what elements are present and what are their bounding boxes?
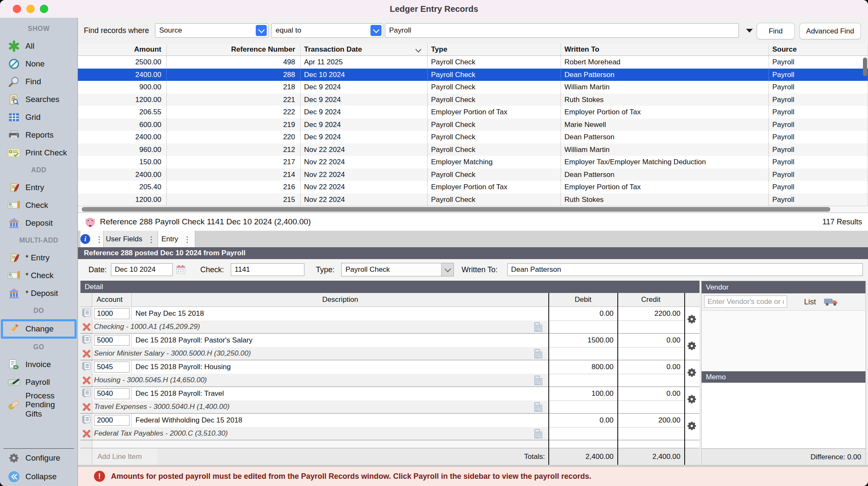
column-header-written-to[interactable]: Written To <box>561 44 769 55</box>
debit-amount[interactable]: 0.00 <box>549 307 617 320</box>
sidebar-item-check[interactable]: Check <box>0 196 77 214</box>
result-row[interactable]: 960.00212Nov 22 2024Payroll CheckWilliam… <box>78 144 868 156</box>
line-description[interactable]: Dec 15 2018 Payroll: Housing <box>131 360 549 374</box>
vendor-search-input[interactable] <box>704 295 787 308</box>
type-select[interactable]: Payroll Check <box>341 263 454 276</box>
result-row[interactable]: 2400.00288Dec 10 2024Payroll CheckDean P… <box>78 69 868 81</box>
debit-amount[interactable]: 0.00 <box>549 414 617 427</box>
column-header-source[interactable]: Source <box>769 44 868 55</box>
delete-line-icon[interactable] <box>82 349 91 358</box>
check-number-input[interactable] <box>231 263 304 276</box>
vendor-list-button[interactable]: List <box>804 293 816 310</box>
calculator-icon[interactable] <box>534 322 543 333</box>
account-number-input[interactable] <box>94 415 130 426</box>
find-operator-select[interactable]: equal to <box>271 23 383 38</box>
sidebar-item-find[interactable]: Find <box>0 73 77 91</box>
sidebar-item-print-check[interactable]: Print Check <box>0 144 77 162</box>
journal-icon[interactable] <box>82 308 91 320</box>
delete-line-icon[interactable] <box>82 429 91 438</box>
sidebar-item-entry[interactable]: Entry <box>0 179 77 196</box>
result-row[interactable]: 150.00217Nov 22 2024Employer MatchingEmp… <box>78 156 868 168</box>
written-to-input[interactable] <box>507 263 863 276</box>
calculator-icon[interactable] <box>534 375 543 387</box>
line-settings-gear-icon[interactable] <box>686 367 697 380</box>
line-settings-gear-icon[interactable] <box>686 314 697 326</box>
advanced-find-button[interactable]: Advanced Find <box>799 23 861 39</box>
sidebar-item-all[interactable]: All <box>0 37 77 55</box>
find-field-select[interactable]: Source <box>155 23 268 38</box>
calculator-icon[interactable] <box>534 402 543 413</box>
sidebar-item-reports[interactable]: Reports <box>0 126 77 144</box>
truck-icon[interactable] <box>824 297 838 309</box>
debit-amount[interactable]: 800.00 <box>549 360 617 374</box>
debit-amount[interactable]: 1500.00 <box>549 334 617 347</box>
sidebar-item-multi-entry[interactable]: * Entry <box>0 249 77 267</box>
debit-amount[interactable]: 100.00 <box>549 387 617 400</box>
sidebar-item-payroll[interactable]: Payroll <box>0 373 77 391</box>
column-header-type[interactable]: Type <box>428 44 561 55</box>
sidebar-item-process-pending-gifts[interactable]: Process Pending Gifts <box>0 391 77 418</box>
tab-menu-handle[interactable]: ⋮ <box>95 235 103 244</box>
journal-icon[interactable] <box>82 415 91 426</box>
sidebar-item-searches[interactable]: Searches <box>0 91 77 108</box>
sidebar-item-grid[interactable]: Grid <box>0 108 77 126</box>
column-header-reference-number[interactable]: Reference Number <box>167 44 301 55</box>
account-number-input[interactable] <box>94 388 130 399</box>
result-row[interactable]: 900.00218Dec 9 2024Payroll CheckWilliam … <box>78 81 868 94</box>
journal-icon[interactable] <box>82 335 91 346</box>
calculator-icon[interactable] <box>534 348 543 360</box>
result-row[interactable]: 2400.00214Nov 22 2024Payroll CheckDean P… <box>78 168 868 181</box>
tab-info[interactable]: i ⋮ <box>80 231 104 247</box>
line-settings-gear-icon[interactable] <box>686 340 697 353</box>
result-row[interactable]: 206.55222Dec 9 2024Employer Portion of T… <box>78 106 868 119</box>
credit-amount[interactable]: 0.00 <box>617 387 684 400</box>
credit-amount[interactable]: 2200.00 <box>617 307 684 320</box>
column-header-amount[interactable]: Amount <box>78 44 167 55</box>
line-settings-gear-icon[interactable] <box>686 394 697 406</box>
find-button[interactable]: Find <box>757 23 795 39</box>
delete-line-icon[interactable] <box>82 376 91 384</box>
calendar-icon[interactable] <box>175 264 186 277</box>
sidebar-item-configure[interactable]: Configure <box>0 449 77 467</box>
account-number-input[interactable] <box>94 335 130 346</box>
sidebar-item-change[interactable]: Change <box>1 319 77 339</box>
line-description[interactable]: Federal Withholding Dec 15 2018 <box>131 414 549 427</box>
result-row[interactable]: 600.00219Dec 9 2024Payroll CheckMarie Ne… <box>78 119 868 131</box>
sidebar-item-multi-check[interactable]: * Check <box>0 267 77 284</box>
sidebar-item-collapse[interactable]: Collapse <box>0 467 77 486</box>
sidebar-item-multi-deposit[interactable]: * Deposit <box>0 284 77 302</box>
result-row[interactable]: 1200.00221Dec 9 2024Payroll CheckRuth St… <box>78 94 868 106</box>
account-number-input[interactable] <box>94 362 130 373</box>
journal-icon[interactable] <box>82 388 91 400</box>
tab-menu-handle[interactable]: ⋮ <box>183 235 191 244</box>
result-row[interactable]: 2500.00498Apr 11 2025Payroll CheckRobert… <box>78 56 868 69</box>
horizontal-scrollbar[interactable] <box>78 206 868 213</box>
result-row[interactable]: 2400.00220Dec 9 2024Payroll CheckDean Pa… <box>78 131 868 144</box>
line-description[interactable]: Dec 15 2018 Payroll: Pastor's Salary <box>131 334 549 347</box>
line-description[interactable]: Net Pay Dec 15 2018 <box>131 307 549 320</box>
calculator-icon[interactable] <box>534 428 543 440</box>
line-settings-gear-icon[interactable] <box>686 420 697 433</box>
memo-text-area[interactable] <box>702 383 865 448</box>
tab-entry[interactable]: Entry ⋮ <box>158 231 195 247</box>
date-input[interactable] <box>111 263 173 276</box>
sidebar-item-invoice[interactable]: Invoice <box>0 356 77 373</box>
result-row[interactable]: 1200.00215Nov 22 2024Payroll CheckRuth S… <box>78 193 868 206</box>
tab-user-fields[interactable]: User Fields ⋮ <box>104 231 158 247</box>
column-header-transaction-date[interactable]: Transaction Date <box>301 44 428 55</box>
recent-searches-dropdown-icon[interactable] <box>746 29 753 33</box>
add-line-item-button[interactable]: Add Line Item <box>92 448 158 465</box>
sidebar-item-deposit[interactable]: Deposit <box>0 214 77 232</box>
find-value-input[interactable] <box>385 23 739 38</box>
credit-amount[interactable]: 0.00 <box>617 360 684 374</box>
tab-menu-handle[interactable]: ⋮ <box>147 235 155 244</box>
sidebar-item-none[interactable]: None <box>0 55 77 73</box>
horizontal-scrollbar-thumb[interactable] <box>82 207 830 212</box>
credit-amount[interactable]: 200.00 <box>617 414 684 427</box>
result-row[interactable]: 205.40216Nov 22 2024Employer Portion of … <box>78 181 868 193</box>
delete-line-icon[interactable] <box>82 403 91 411</box>
credit-amount[interactable]: 0.00 <box>617 334 684 347</box>
account-number-input[interactable] <box>94 308 130 319</box>
vertical-scrollbar-thumb[interactable] <box>863 58 867 76</box>
journal-icon[interactable] <box>82 362 91 373</box>
